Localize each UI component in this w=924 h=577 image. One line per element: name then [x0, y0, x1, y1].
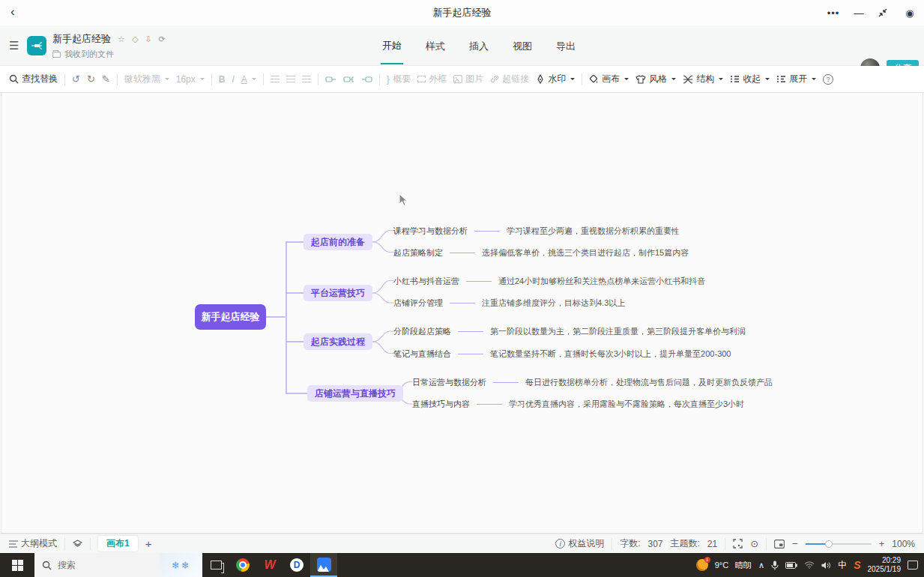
- tab-home[interactable]: 开始: [381, 27, 403, 64]
- titlebar: ‹ 新手起店经验 ••• — ◉: [0, 0, 924, 25]
- font-family-select[interactable]: 微软雅黑: [124, 73, 169, 85]
- notification-center-icon[interactable]: [908, 561, 918, 570]
- outline-mode-button[interactable]: 大纲模式: [9, 537, 57, 550]
- ime-indicator[interactable]: 中: [838, 559, 847, 572]
- child-node-desc[interactable]: 注重店铺多维度评分，目标达到4.3以上: [482, 297, 625, 309]
- summary-button[interactable]: }概要: [387, 73, 411, 85]
- wifi-icon[interactable]: [804, 561, 815, 569]
- tab-view[interactable]: 视图: [511, 28, 534, 64]
- child-node-label[interactable]: 日常运营与数据分析: [412, 377, 486, 388]
- branch-node[interactable]: 起店实践过程: [304, 333, 372, 350]
- taskbar-search[interactable]: [34, 553, 160, 577]
- zoom-slider[interactable]: [806, 543, 872, 545]
- insert-child-node-icon[interactable]: [343, 75, 354, 84]
- zoom-slider-handle[interactable]: [825, 540, 833, 548]
- canvas-tab[interactable]: 画布1: [98, 536, 138, 552]
- child-node-desc[interactable]: 每日进行数据榜单分析，处理物流与售后问题，及时更新负反馈产品: [525, 377, 773, 388]
- chrome-taskbar-button[interactable]: [229, 553, 256, 577]
- child-node-desc[interactable]: 通过24小时加够粉丝和关注热点榜单来运营小红书和抖音: [498, 276, 705, 287]
- child-node-label[interactable]: 店铺评分管理: [393, 297, 443, 309]
- task-view-button[interactable]: [202, 553, 229, 577]
- watermark-select[interactable]: 水印: [536, 73, 575, 85]
- mindmap-canvas[interactable]: 新手起店经验 起店前的准备 平台运营技巧 起店实践过程 店铺运营与直播技巧 课程…: [1, 93, 923, 534]
- child-node-label[interactable]: 小红书与抖音运营: [393, 276, 459, 287]
- branch-node[interactable]: 起店前的准备: [304, 234, 372, 250]
- format-painter-icon[interactable]: ✎: [102, 73, 110, 85]
- hyperlink-button[interactable]: 超链接: [490, 73, 529, 85]
- tab-export[interactable]: 导出: [555, 28, 577, 64]
- weather-moon-icon[interactable]: 1: [696, 559, 708, 571]
- collapse-select[interactable]: 收起: [730, 73, 770, 85]
- child-node-desc[interactable]: 笔记数量坚持不断，直播时长每次3小时以上，提升单量至200-300: [490, 348, 731, 360]
- locate-center-icon[interactable]: ⊙: [750, 538, 758, 549]
- child-node-label[interactable]: 分阶段起店策略: [393, 326, 451, 337]
- document-location[interactable]: 我收到的文件: [64, 49, 114, 60]
- zoom-in-button[interactable]: +: [879, 538, 885, 549]
- weather-temp[interactable]: 9°C: [715, 561, 728, 570]
- document-title[interactable]: 新手起店经验: [52, 32, 111, 46]
- font-color-button[interactable]: A: [241, 74, 256, 85]
- child-node-desc[interactable]: 选择偏低客单价，挑选三个类目进行起店，制作15篇内容: [482, 247, 689, 259]
- battery-icon[interactable]: [785, 562, 797, 569]
- tray-expand-icon[interactable]: ∧: [758, 561, 764, 570]
- layers-icon[interactable]: [73, 540, 82, 549]
- bold-button[interactable]: B: [219, 74, 226, 85]
- style-select[interactable]: 风格: [635, 73, 676, 85]
- cloud-sync-icon[interactable]: ⟳: [159, 34, 166, 44]
- insert-sibling-node-icon[interactable]: [325, 75, 336, 84]
- search-input[interactable]: [58, 560, 140, 570]
- weather-desc[interactable]: 晴朗: [735, 560, 752, 571]
- microphone-icon[interactable]: [771, 561, 779, 570]
- more-options-icon[interactable]: •••: [827, 7, 840, 19]
- fullscreen-icon[interactable]: [733, 539, 743, 549]
- zoom-level[interactable]: 100%: [892, 539, 915, 549]
- task-view-icon: [211, 561, 222, 570]
- wps-taskbar-button[interactable]: W: [256, 553, 283, 577]
- restore-icon[interactable]: [878, 7, 891, 18]
- rights-info-button[interactable]: i 权益说明: [555, 537, 604, 550]
- image-button[interactable]: 图片: [453, 73, 483, 85]
- minimap-icon[interactable]: [774, 540, 785, 549]
- branch-node[interactable]: 平台运营技巧: [304, 285, 372, 301]
- weather-widget-snow[interactable]: ❄❄: [160, 553, 202, 577]
- font-size-select[interactable]: 16px: [176, 74, 205, 85]
- favorite-star-icon[interactable]: ☆: [118, 34, 125, 44]
- child-node-desc[interactable]: 第一阶段以数量为主，第二阶段注重质量，第三阶段提升客单价与利润: [490, 326, 746, 337]
- zoom-out-button[interactable]: −: [792, 538, 798, 549]
- redo-icon[interactable]: ↻: [87, 73, 95, 85]
- italic-button[interactable]: I: [232, 74, 234, 85]
- child-node-label[interactable]: 起店策略制定: [393, 247, 443, 259]
- canvas-select[interactable]: 画布: [589, 73, 629, 85]
- blue-d-app-taskbar-button[interactable]: D: [283, 553, 310, 577]
- mindmap-root-node[interactable]: 新手起店经验: [195, 304, 266, 330]
- branch-node[interactable]: 店铺运营与直播技巧: [307, 385, 403, 402]
- child-node-label[interactable]: 直播技巧与内容: [412, 399, 470, 410]
- align-right-icon[interactable]: [302, 76, 311, 82]
- clock[interactable]: 20:29 2025/1/19: [868, 556, 902, 575]
- child-node-label[interactable]: 笔记与直播结合: [393, 348, 451, 360]
- frame-button[interactable]: 外框: [417, 73, 447, 85]
- pin-window-icon[interactable]: ◉: [903, 7, 917, 19]
- expand-select[interactable]: 展开: [776, 73, 816, 85]
- insert-parent-node-icon[interactable]: [361, 75, 372, 84]
- undo-icon[interactable]: ↺: [72, 73, 80, 85]
- main-menu-icon[interactable]: ☰: [9, 39, 19, 52]
- tab-style[interactable]: 样式: [424, 28, 447, 64]
- add-canvas-button[interactable]: +: [145, 537, 152, 550]
- align-left-icon[interactable]: [271, 76, 280, 82]
- child-node-desc[interactable]: 学习优秀直播内容，采用露脸与不露脸策略，每次直播至少3小时: [509, 399, 744, 410]
- tag-icon[interactable]: ◇: [132, 34, 138, 44]
- sogou-input-icon[interactable]: S: [854, 559, 860, 571]
- child-node-desc[interactable]: 学习课程至少两遍，重视数据分析积累的重要性: [507, 226, 680, 237]
- speaker-icon[interactable]: [821, 561, 831, 570]
- minimize-icon[interactable]: —: [852, 7, 866, 19]
- download-icon[interactable]: ⇩: [145, 34, 151, 44]
- mindmap-app-taskbar-button[interactable]: [310, 553, 337, 577]
- child-node-label[interactable]: 课程学习与数据分析: [393, 226, 468, 237]
- help-icon[interactable]: ?: [823, 74, 833, 85]
- align-center-icon[interactable]: [286, 76, 295, 82]
- find-replace-button[interactable]: 查找替换: [9, 73, 58, 85]
- structure-select[interactable]: 结构: [683, 73, 723, 85]
- start-button[interactable]: [0, 553, 34, 577]
- tab-insert[interactable]: 插入: [468, 28, 490, 64]
